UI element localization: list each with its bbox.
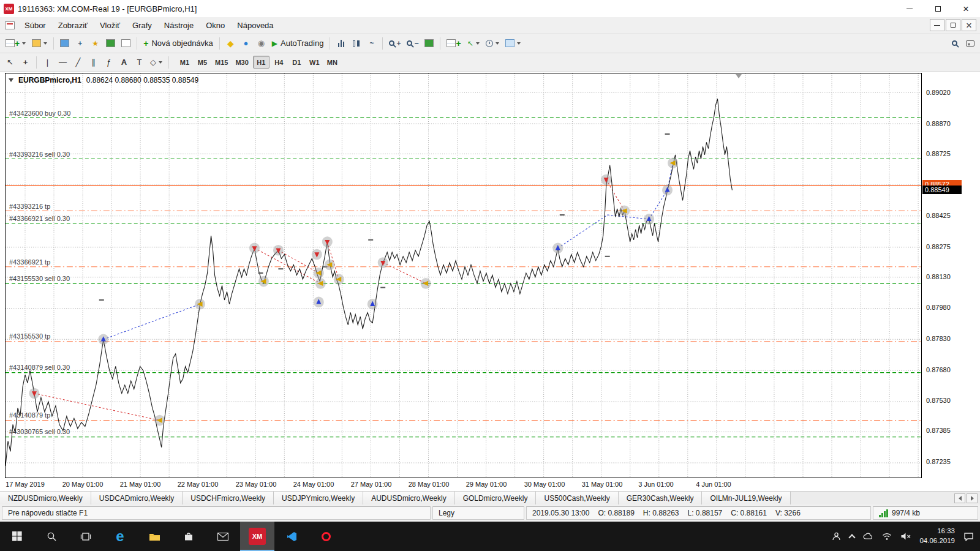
price-chart-canvas[interactable] (6, 73, 921, 478)
metaeditor-button[interactable]: ◆ (224, 36, 238, 51)
line-chart-button[interactable]: ~ (364, 36, 379, 51)
trendline-tool-button[interactable]: ╱ (71, 55, 85, 70)
chart-plot[interactable]: EURGBPmicro,H1 0.88624 0.88680 0.88535 0… (5, 73, 922, 478)
time-axis[interactable]: 17 May 201920 May 01:0021 May 01:0022 Ma… (0, 478, 922, 491)
chart-minimize-button[interactable] (930, 19, 944, 31)
timeframe-m5-button[interactable]: M5 (194, 56, 211, 69)
opera-button[interactable] (309, 522, 343, 551)
label-tool-button[interactable]: T (132, 55, 146, 70)
zoom-out-icon (407, 40, 412, 46)
tile-windows-button[interactable] (422, 36, 436, 51)
text-tool-button[interactable]: A (117, 55, 131, 70)
metatrader-xm-button[interactable]: XM (240, 522, 274, 551)
terminal-button[interactable] (104, 36, 118, 51)
menu-item-3[interactable]: Grafy (126, 18, 158, 32)
cursor-dropdown-button[interactable]: ↖ (465, 36, 482, 51)
start-button[interactable] (0, 522, 34, 551)
chevron-up-icon[interactable] (849, 534, 856, 541)
menu-item-6[interactable]: Nápoveda (231, 18, 279, 32)
symbol-tab-4[interactable]: AUDUSDmicro,Weekly (363, 492, 454, 504)
people-icon[interactable] (832, 532, 841, 541)
vscode-button[interactable] (274, 522, 309, 551)
symbol-tab-5[interactable]: GOLDmicro,Weekly (455, 492, 537, 504)
onedrive-cloud-icon[interactable] (863, 533, 873, 540)
symbol-tab-2[interactable]: USDCHFmicro,Weekly (183, 492, 274, 504)
timeframe-h1-button[interactable]: H1 (253, 56, 270, 69)
channel-tool-button[interactable]: ∥ (86, 55, 100, 70)
crosshair-tool-button[interactable]: + (18, 55, 32, 70)
collapse-icon[interactable] (9, 78, 13, 82)
volume-muted-icon[interactable] (900, 532, 911, 541)
chat-button[interactable] (963, 36, 977, 51)
community-button[interactable]: ● (239, 36, 253, 51)
tab-scroll-left-button[interactable] (954, 493, 965, 503)
metaeditor-icon: ◆ (227, 39, 234, 48)
tab-scroll-right-button[interactable] (967, 493, 978, 503)
store-button[interactable] (172, 522, 206, 551)
bar-chart-button[interactable] (334, 36, 348, 51)
candlestick-chart-button[interactable] (349, 36, 363, 51)
taskbar-clock[interactable]: 16:33 04.06.2019 (919, 527, 955, 545)
templates-button[interactable] (503, 36, 523, 51)
zoom-out-button[interactable]: − (404, 36, 421, 51)
search-button[interactable] (948, 36, 962, 51)
price-tick-5: 0.88275 (926, 243, 951, 250)
symbol-tab-0[interactable]: NZDUSDmicro,Weekly (0, 492, 91, 504)
timeframe-w1-button[interactable]: W1 (306, 56, 323, 69)
periods-button[interactable] (483, 36, 502, 51)
timeframe-h4-button[interactable]: H4 (271, 56, 287, 69)
horizontal-line-tool-button[interactable]: — (56, 55, 70, 70)
timeframe-m1-button[interactable]: M1 (176, 56, 193, 69)
profiles-button[interactable] (29, 36, 50, 51)
timeframe-m15-button[interactable]: M15 (212, 56, 231, 69)
vertical-line-tool-button[interactable]: | (40, 55, 55, 70)
chart-window-icon[interactable] (5, 21, 15, 29)
timeframe-m30-button[interactable]: M30 (232, 56, 251, 69)
new-order-button[interactable]: +Nová objednávka (141, 36, 216, 51)
symbol-tab-7[interactable]: GER30Cash,Weekly (619, 492, 703, 504)
zoom-in-button[interactable]: + (386, 36, 403, 51)
taskbar-search-button[interactable] (34, 522, 69, 551)
tester-icon (121, 39, 130, 47)
market-watch-button[interactable] (58, 36, 72, 51)
maximize-button[interactable] (924, 0, 952, 17)
new-chart-button[interactable]: + (3, 36, 28, 51)
price-axis[interactable]: 0.88572 0.88549 0.890200.888700.887250.8… (922, 72, 980, 491)
symbol-tab-1[interactable]: USDCADmicro,Weekly (91, 492, 183, 504)
symbol-tab-3[interactable]: USDJPYmicro,Weekly (274, 492, 363, 504)
timeframe-mn-button[interactable]: MN (324, 56, 341, 69)
timeframe-d1-button[interactable]: D1 (288, 56, 305, 69)
autotrading-button[interactable]: ▶AutoTrading (270, 36, 326, 51)
indicators-button[interactable]: + (444, 36, 463, 51)
tab-scroll-arrows (952, 492, 980, 504)
minimize-button[interactable] (895, 0, 924, 17)
fibonacci-tool-button[interactable]: ƒ (102, 55, 116, 70)
symbol-tab-8[interactable]: OILMn-JUL19,Weekly (702, 492, 790, 504)
symbol-tab-6[interactable]: US500Cash,Weekly (536, 492, 618, 504)
data-window-button[interactable]: + (73, 36, 87, 51)
wifi-icon[interactable] (882, 532, 892, 541)
cursor-icon: ↖ (467, 40, 473, 47)
navigator-button[interactable]: ★ (88, 36, 102, 51)
menu-item-4[interactable]: Nástroje (158, 18, 200, 32)
strategy-tester-button[interactable] (119, 36, 133, 51)
edge-button[interactable]: e (103, 522, 137, 551)
file-explorer-button[interactable] (137, 522, 172, 551)
menu-item-5[interactable]: Okno (200, 18, 231, 32)
price-tick-1: 0.88870 (926, 120, 951, 127)
chart-close-button[interactable] (962, 19, 976, 31)
mail-button[interactable] (206, 522, 240, 551)
close-button[interactable] (952, 0, 980, 17)
action-center-icon[interactable] (963, 532, 974, 541)
menu-item-0[interactable]: Súbor (18, 18, 52, 32)
menu-item-2[interactable]: Vložiť (94, 18, 126, 32)
menu-item-1[interactable]: Zobraziť (52, 18, 94, 32)
sounds-button[interactable]: ◉ (254, 36, 268, 51)
task-view-button[interactable] (69, 522, 103, 551)
cursor-tool-button[interactable]: ↖ (3, 55, 17, 70)
chevron-down-icon (22, 42, 26, 45)
status-traffic: 997/4 kb (873, 506, 978, 520)
chart-restore-button[interactable] (946, 19, 960, 31)
time-tick-11: 3 Jun 01:00 (638, 481, 674, 488)
shapes-dropdown-button[interactable]: ◇ (148, 55, 165, 70)
